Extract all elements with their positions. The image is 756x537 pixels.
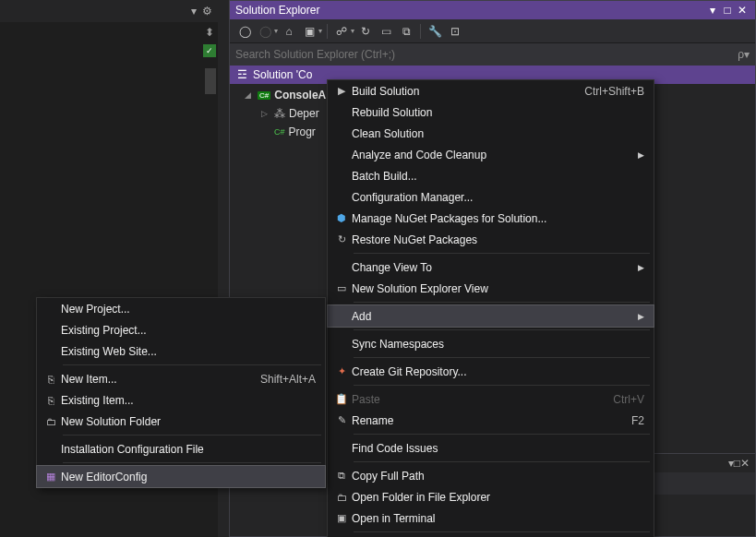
- chevron-right-icon: ▶: [638, 263, 644, 272]
- properties-icon[interactable]: 🔧: [426, 22, 444, 41]
- git-icon: ✦: [331, 365, 352, 377]
- chevron-right-icon: ▶: [638, 150, 644, 160]
- show-all-icon[interactable]: ⧉: [397, 22, 415, 41]
- dependencies-label: Deper: [289, 107, 319, 120]
- existing-item-icon: ⎘: [41, 395, 61, 406]
- forward-icon: ◯: [256, 22, 274, 41]
- menu-install-config[interactable]: Installation Configuration File: [37, 438, 325, 459]
- menu-existing-website[interactable]: Existing Web Site...: [37, 340, 325, 362]
- menu-change-view[interactable]: Change View To▶: [328, 257, 654, 278]
- solution-toolbar: ◯ ◯▾ ⌂ ▣▾ ☍▾ ↻ ▭ ⧉ 🔧 ⊡: [230, 19, 755, 43]
- rename-icon: ✎: [331, 414, 352, 426]
- folder-new-icon: 🗀: [41, 416, 61, 427]
- check-icon: ✓: [203, 44, 216, 57]
- nuget-icon: ⬢: [331, 212, 352, 224]
- filter-icon[interactable]: ☍: [332, 22, 351, 41]
- switch-views-icon[interactable]: ▣: [300, 22, 318, 41]
- restore-icon: ↻: [331, 233, 352, 245]
- collapse-icon[interactable]: ▭: [377, 22, 395, 41]
- editorconfig-icon: ▦: [41, 471, 61, 483]
- menu-open-folder[interactable]: 🗀Open Folder in File Explorer: [328, 486, 654, 507]
- search-options-icon[interactable]: ρ▾: [738, 48, 750, 61]
- expander-icon[interactable]: ◢: [245, 90, 254, 100]
- gear-icon[interactable]: ⚙: [202, 5, 212, 18]
- menu-rename[interactable]: ✎RenameF2: [328, 410, 654, 431]
- folder-icon: 🗀: [331, 492, 352, 503]
- solution-icon: ☲: [237, 68, 247, 81]
- copy-icon: ⧉: [331, 470, 352, 482]
- build-icon: ▶: [331, 85, 352, 97]
- csharp-project-icon: C#: [258, 91, 270, 100]
- solution-label: Solution 'Co: [253, 68, 312, 81]
- menu-copy-path[interactable]: ⧉Copy Full Path: [328, 465, 654, 486]
- csharp-file-icon: C#: [274, 127, 285, 137]
- close-icon[interactable]: ✕: [735, 4, 750, 17]
- menu-config-manager[interactable]: Configuration Manager...: [328, 186, 654, 208]
- add-submenu: New Project... Existing Project... Exist…: [36, 297, 326, 488]
- split-icon[interactable]: ⬍: [201, 24, 218, 41]
- menu-open-terminal[interactable]: ▣Open in Terminal: [328, 507, 654, 529]
- window-menu-icon[interactable]: ▾: [705, 4, 720, 17]
- menu-existing-project[interactable]: Existing Project...: [37, 319, 325, 340]
- panel-title: Solution Explorer: [235, 4, 705, 17]
- solution-context-menu: ▶Build SolutionCtrl+Shift+B Rebuild Solu…: [327, 79, 654, 537]
- scrollbar-thumb[interactable]: [205, 68, 216, 94]
- chevron-right-icon: ▶: [638, 312, 644, 321]
- menu-find-issues[interactable]: Find Code Issues: [328, 437, 654, 459]
- terminal-icon: ▣: [331, 512, 352, 524]
- menu-new-project[interactable]: New Project...: [37, 298, 325, 319]
- menu-rebuild[interactable]: Rebuild Solution: [328, 101, 654, 123]
- pin-icon[interactable]: □: [720, 4, 735, 17]
- project-label: ConsoleA: [274, 89, 326, 101]
- new-item-icon: ⎘: [41, 374, 61, 385]
- menu-new-item[interactable]: ⎘New Item...Shift+Alt+A: [37, 368, 325, 389]
- sync-icon[interactable]: ↻: [356, 22, 375, 41]
- menu-new-solution-folder[interactable]: 🗀New Solution Folder: [37, 411, 325, 432]
- pin-icon[interactable]: □: [734, 457, 740, 470]
- menu-paste: 📋PasteCtrl+V: [328, 388, 654, 410]
- menu-new-editorconfig[interactable]: ▦New EditorConfig: [37, 466, 325, 487]
- paste-icon: 📋: [331, 393, 352, 405]
- dropdown-icon[interactable]: ▾: [191, 5, 197, 18]
- menu-create-git[interactable]: ✦Create Git Repository...: [328, 361, 654, 382]
- panel-title-bar[interactable]: Solution Explorer ▾ □ ✕: [230, 1, 755, 19]
- dependencies-icon: ⁂: [274, 107, 285, 120]
- menu-add[interactable]: Add▶: [328, 305, 654, 327]
- expander-icon[interactable]: ▷: [261, 109, 270, 118]
- preview-icon[interactable]: ⊡: [446, 22, 464, 41]
- menu-build[interactable]: ▶Build SolutionCtrl+Shift+B: [328, 80, 654, 101]
- search-input[interactable]: [235, 48, 738, 61]
- menu-analyze[interactable]: Analyze and Code Cleanup▶: [328, 144, 654, 165]
- new-view-icon: ▭: [331, 282, 352, 294]
- home-icon[interactable]: ⌂: [280, 22, 298, 41]
- menu-existing-item[interactable]: ⎘Existing Item...: [37, 389, 325, 411]
- close-icon[interactable]: ✕: [740, 457, 750, 470]
- back-icon[interactable]: ◯: [235, 22, 254, 41]
- menu-restore-nuget[interactable]: ↻Restore NuGet Packages: [328, 229, 654, 250]
- menu-batch-build[interactable]: Batch Build...: [328, 165, 654, 186]
- menu-sync-namespaces[interactable]: Sync Namespaces: [328, 333, 654, 354]
- file-label: Progr: [289, 125, 316, 138]
- menu-manage-nuget[interactable]: ⬢Manage NuGet Packages for Solution...: [328, 208, 654, 229]
- menu-new-view[interactable]: ▭New Solution Explorer View: [328, 278, 654, 299]
- menu-clean[interactable]: Clean Solution: [328, 123, 654, 144]
- search-box[interactable]: ρ▾: [230, 43, 755, 66]
